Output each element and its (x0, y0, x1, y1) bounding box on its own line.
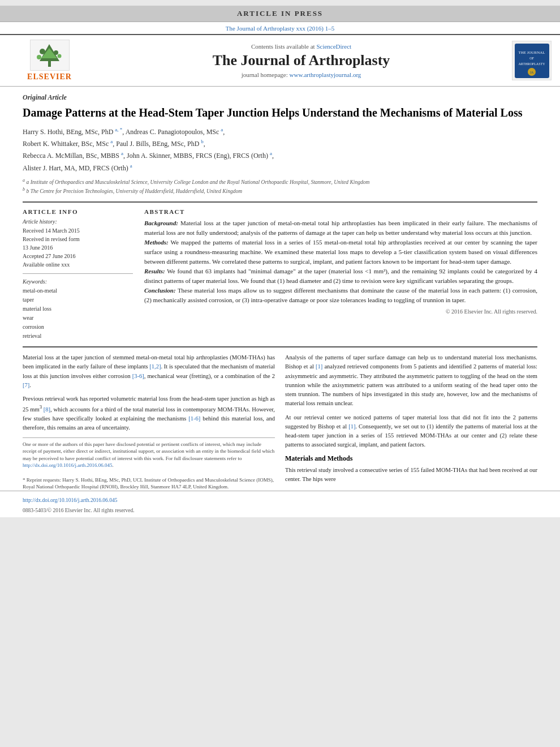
svg-rect-0 (48, 61, 51, 67)
homepage-url[interactable]: www.arthroplastyjournal.org (290, 71, 361, 78)
keyword-2: taper (23, 295, 133, 304)
footer-doi[interactable]: http://dx.doi.org/10.1016/j.arth.2016.06… (23, 497, 117, 503)
background-text: Material loss at the taper junction of m… (144, 220, 537, 236)
svg-point-4 (54, 50, 58, 55)
body-para-3: Analysis of the patterns of taper surfac… (285, 353, 537, 409)
svg-point-3 (40, 49, 45, 54)
methods-text: We mapped the patterns of material loss … (144, 239, 537, 265)
background-label: Background: (144, 220, 178, 226)
article-title: Damage Patterns at the Head-Stem Taper J… (23, 105, 537, 120)
journal-logo-icon: THE JOURNAL OF ARTHROPLASTY JA (514, 42, 550, 79)
body-para-5: This retrieval study involved a consecut… (285, 466, 537, 484)
abstract-col: ABSTRACT Background: Material loss at th… (144, 208, 537, 341)
footnote-conflict: One or more of the authors of this paper… (23, 441, 275, 469)
article-info-col: ARTICLE INFO Article history: Received 1… (23, 208, 133, 341)
aip-banner-text: ARTICLE IN PRESS (237, 9, 323, 18)
affiliation-a: a a Institute of Orthopaedics and Muscul… (23, 177, 537, 187)
materials-methods-heading: Materials and Methods (285, 454, 537, 463)
journal-title-main: The Journal of Arthroplasty (93, 52, 509, 69)
journal-logo-box: THE JOURNAL OF ARTHROPLASTY JA (512, 41, 552, 80)
footer-bar: http://dx.doi.org/10.1016/j.arth.2016.06… (0, 491, 560, 517)
keyword-6: retrieval (23, 332, 133, 341)
svg-point-5 (37, 55, 41, 59)
aip-banner: ARTICLE IN PRESS (0, 6, 560, 22)
svg-text:JA: JA (529, 71, 533, 74)
page: ARTICLE IN PRESS The Journal of Arthropl… (0, 6, 560, 517)
affiliations: a a Institute of Orthopaedics and Muscul… (23, 177, 537, 196)
authors: Harry S. Hothi, BEng, MSc, PhD a, *, And… (23, 126, 537, 174)
methods-label: Methods: (144, 239, 169, 246)
results-label: Results: (144, 268, 165, 274)
keyword-3: material loss (23, 304, 133, 314)
article-history: Article history: Received 14 March 2015 … (23, 218, 133, 269)
revised-date: 13 June 2016 (23, 243, 133, 252)
main-content: Original Article Damage Patterns at the … (0, 87, 560, 491)
body-para-1: Material loss at the taper junction of s… (23, 353, 275, 390)
received-date: Received 14 March 2015 (23, 226, 133, 235)
elsevier-tree-logo (30, 40, 70, 71)
abstract-heading: ABSTRACT (144, 208, 537, 215)
sciencedirect-line: Contents lists available at ScienceDirec… (93, 43, 509, 50)
conclusion-label: Conclusion: (144, 287, 176, 294)
ref-1-2: [1,2] (149, 363, 161, 370)
elsevier-logo: ELSEVIER (27, 40, 72, 81)
contents-label: Contents lists available at (251, 43, 315, 50)
keywords-label: Keywords: (23, 278, 133, 285)
conclusion-text: These material loss maps allow us to sug… (144, 287, 537, 303)
keywords-section: Keywords: metal-on-metal taper material … (23, 278, 133, 341)
homepage-label: journal homepage: (242, 71, 288, 78)
revised-label: Received in revised form (23, 235, 133, 243)
header-right: THE JOURNAL OF ARTHROPLASTY JA (509, 41, 554, 80)
article-type: Original Article (23, 93, 537, 102)
available-online: Available online xxx (23, 260, 133, 269)
header-left: ELSEVIER (6, 40, 93, 81)
ref-3-6: [3-6] (132, 373, 144, 379)
body-content: Material loss at the taper junction of s… (23, 346, 537, 491)
history-label: Article history: (23, 218, 133, 225)
body-right-col: Analysis of the patterns of taper surfac… (285, 353, 537, 491)
svg-text:OF: OF (529, 57, 534, 60)
ref-1-6: [1-6] (188, 415, 200, 422)
body-para-2: Previous retrieval work has reported vol… (23, 394, 275, 433)
ref-7: [7] (23, 382, 29, 388)
elsevier-brand-text: ELSEVIER (27, 72, 72, 81)
keyword-1: metal-on-metal (23, 286, 133, 295)
two-col-section: ARTICLE INFO Article history: Received 1… (23, 201, 537, 341)
affiliation-b: b b The Centre for Precision Technologie… (23, 186, 537, 196)
citation-text: The Journal of Arthroplasty xxx (2016) 1… (226, 25, 334, 32)
article-info-heading: ARTICLE INFO (23, 208, 133, 215)
body-left-col: Material loss at the taper junction of s… (23, 353, 275, 491)
journal-homepage: journal homepage: www.arthroplastyjourna… (93, 71, 509, 78)
svg-text:ARTHROPLASTY: ARTHROPLASTY (518, 62, 545, 66)
results-text: We found that 63 implants had "minimal d… (144, 268, 537, 284)
accepted-date: Accepted 27 June 2016 (23, 252, 133, 260)
keyword-4: wear (23, 314, 133, 323)
svg-point-6 (58, 54, 62, 58)
footnote-doi-link[interactable]: http://dx.doi.org/10.1016/j.arth.2016.06… (23, 462, 113, 468)
footer-copyright: 0883-5403/© 2016 Elsevier Inc. All right… (23, 508, 135, 513)
body-para-4: At our retrieval center we noticed patte… (285, 413, 537, 450)
ref-bishop-1: [1] (316, 363, 322, 370)
journal-citation: The Journal of Arthroplasty xxx (2016) 1… (0, 22, 560, 35)
header-center: Contents lists available at ScienceDirec… (93, 43, 509, 78)
svg-text:THE JOURNAL: THE JOURNAL (518, 50, 545, 55)
tree-svg-icon (31, 41, 68, 70)
abstract-text: Background: Material loss at the taper j… (144, 218, 537, 305)
ref-bishop-2: [1] (348, 423, 355, 430)
footnote-reprint: * Reprint requests: Harry S. Hothi, BEng… (23, 476, 275, 491)
keyword-5: corrosion (23, 323, 133, 332)
divider (23, 273, 133, 274)
copyright-line: © 2016 Elsevier Inc. All rights reserved… (144, 308, 537, 315)
journal-header: ELSEVIER Contents lists available at Sci… (0, 35, 560, 87)
ref-8: [8] (44, 406, 50, 413)
footnote-area: One or more of the authors of this paper… (23, 437, 275, 491)
sciencedirect-link[interactable]: ScienceDirect (316, 43, 351, 50)
